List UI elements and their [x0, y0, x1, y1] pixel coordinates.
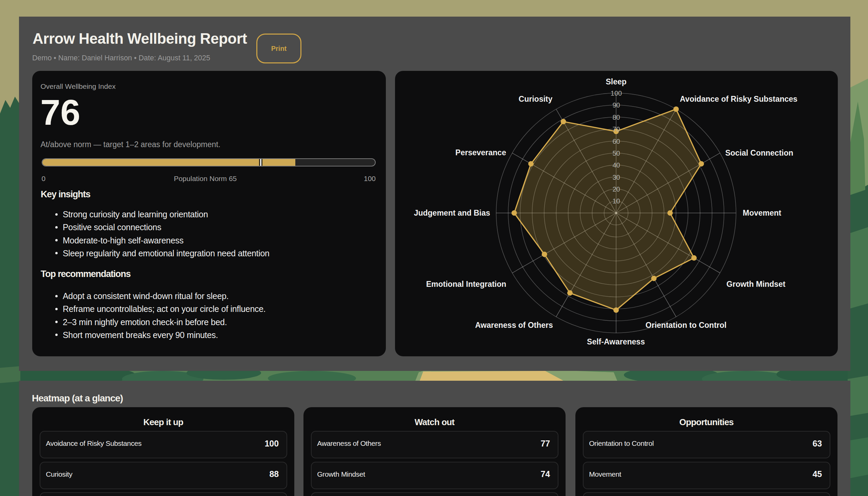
- svg-text:50: 50: [613, 150, 620, 157]
- svg-text:Perseverance: Perseverance: [455, 148, 506, 157]
- svg-text:Social Connection: Social Connection: [725, 149, 793, 157]
- svg-text:100: 100: [611, 90, 622, 97]
- svg-text:Self-Awareness: Self-Awareness: [587, 337, 645, 346]
- svg-text:Growth Mindset: Growth Mindset: [727, 280, 786, 289]
- svg-text:Judgement and Bias: Judgement and Bias: [414, 208, 490, 217]
- svg-text:10: 10: [613, 197, 620, 205]
- svg-text:Avoidance of Risky Substances: Avoidance of Risky Substances: [680, 95, 797, 104]
- svg-text:Movement: Movement: [743, 208, 781, 217]
- svg-text:Awareness of Others: Awareness of Others: [475, 321, 553, 329]
- svg-text:Curiosity: Curiosity: [519, 95, 553, 104]
- svg-text:Emotional Integration: Emotional Integration: [426, 280, 506, 289]
- svg-text:80: 80: [613, 113, 620, 121]
- svg-text:70: 70: [613, 125, 620, 133]
- svg-text:Orientation to Control: Orientation to Control: [646, 321, 727, 329]
- svg-text:40: 40: [613, 161, 620, 169]
- svg-text:30: 30: [613, 174, 620, 181]
- svg-text:90: 90: [613, 102, 620, 109]
- svg-text:20: 20: [613, 185, 620, 193]
- svg-text:Sleep: Sleep: [606, 77, 626, 86]
- svg-text:60: 60: [613, 138, 620, 145]
